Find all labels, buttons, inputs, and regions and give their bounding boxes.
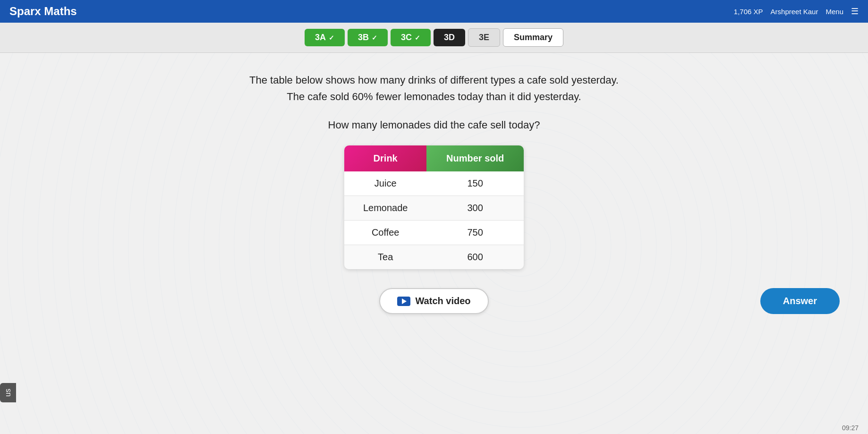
sub-question: How many lemonades did the cafe sell tod… bbox=[28, 119, 840, 131]
question-line1: The table below shows how many drinks of… bbox=[249, 74, 619, 86]
tab-3d[interactable]: 3D bbox=[434, 29, 465, 46]
tab-3b[interactable]: 3B ✓ bbox=[348, 29, 388, 46]
checkmark-3a: ✓ bbox=[329, 34, 334, 42]
question-line2: The cafe sold 60% fewer lemonades today … bbox=[287, 91, 581, 102]
table-row: Coffee 750 bbox=[344, 221, 524, 245]
video-icon bbox=[397, 297, 410, 306]
xp-display: 1,706 XP bbox=[734, 8, 763, 16]
drink-lemonade: Lemonade bbox=[344, 196, 426, 221]
app-header: Sparx Maths 1,706 XP Arshpreet Kaur Menu… bbox=[0, 0, 868, 23]
number-lemonade: 300 bbox=[426, 196, 524, 221]
col-header-drink: Drink bbox=[344, 145, 426, 171]
watch-video-button[interactable]: Watch video bbox=[379, 288, 488, 314]
bottom-bar: Watch video Answer bbox=[28, 288, 840, 314]
tab-3c-label: 3C bbox=[401, 33, 412, 43]
checkmark-3c: ✓ bbox=[415, 34, 420, 42]
side-tab[interactable]: us bbox=[0, 383, 16, 402]
checkmark-3b: ✓ bbox=[372, 34, 377, 42]
drink-juice: Juice bbox=[344, 171, 426, 196]
tab-3e-label: 3E bbox=[479, 33, 489, 43]
tab-3a-label: 3A bbox=[315, 33, 326, 43]
tab-3e[interactable]: 3E bbox=[468, 28, 500, 47]
tab-summary-label: Summary bbox=[514, 33, 553, 43]
answer-button[interactable]: Answer bbox=[760, 288, 840, 314]
drink-tea: Tea bbox=[344, 245, 426, 270]
tab-3d-label: 3D bbox=[444, 33, 455, 43]
tab-summary[interactable]: Summary bbox=[503, 28, 563, 47]
col-header-number: Number sold bbox=[426, 145, 524, 171]
hamburger-icon[interactable]: ☰ bbox=[851, 6, 859, 17]
table-row: Lemonade 300 bbox=[344, 196, 524, 221]
user-name: Arshpreet Kaur bbox=[771, 8, 818, 16]
question-text: The table below shows how many drinks of… bbox=[28, 72, 840, 105]
table-row: Tea 600 bbox=[344, 245, 524, 270]
watch-video-label: Watch video bbox=[415, 296, 470, 306]
tab-3a[interactable]: 3A ✓ bbox=[305, 29, 345, 46]
menu-button[interactable]: Menu bbox=[825, 8, 843, 16]
number-juice: 150 bbox=[426, 171, 524, 196]
drinks-table: Drink Number sold Juice 150 Lemonade 300… bbox=[344, 145, 524, 269]
number-tea: 600 bbox=[426, 245, 524, 270]
timestamp: 09:27 bbox=[842, 424, 859, 432]
header-right: 1,706 XP Arshpreet Kaur Menu ☰ bbox=[734, 6, 859, 17]
number-coffee: 750 bbox=[426, 221, 524, 245]
tab-3b-label: 3B bbox=[358, 33, 369, 43]
main-content: The table below shows how many drinks of… bbox=[0, 53, 868, 434]
drink-coffee: Coffee bbox=[344, 221, 426, 245]
nav-bar: 3A ✓ 3B ✓ 3C ✓ 3D 3E Summary bbox=[0, 23, 868, 53]
table-container: Drink Number sold Juice 150 Lemonade 300… bbox=[28, 145, 840, 269]
table-row: Juice 150 bbox=[344, 171, 524, 196]
tab-3c[interactable]: 3C ✓ bbox=[391, 29, 431, 46]
app-title: Sparx Maths bbox=[9, 5, 77, 18]
